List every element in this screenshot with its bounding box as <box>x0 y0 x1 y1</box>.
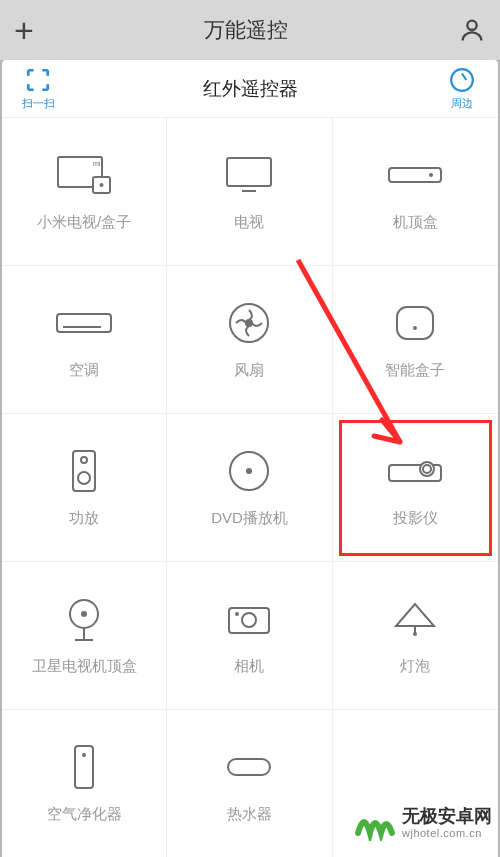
device-lamp[interactable]: 灯泡 <box>333 562 498 710</box>
tv-icon <box>224 151 274 199</box>
add-button[interactable]: + <box>14 11 34 50</box>
ac-icon <box>55 299 113 347</box>
svg-rect-6 <box>227 158 271 186</box>
device-fan[interactable]: 风扇 <box>167 266 332 414</box>
app-title: 万能遥控 <box>204 16 288 44</box>
svg-rect-14 <box>397 307 433 339</box>
fan-icon <box>228 299 270 347</box>
scan-icon <box>25 67 51 93</box>
device-smartbox[interactable]: 智能盒子 <box>333 266 498 414</box>
device-ac[interactable]: 空调 <box>2 266 167 414</box>
svg-rect-8 <box>389 168 441 182</box>
nearby-label: 周边 <box>451 96 473 111</box>
sat-icon <box>63 595 105 643</box>
device-label: 小米电视/盒子 <box>37 213 131 232</box>
camera-icon <box>226 595 272 643</box>
device-stb[interactable]: 机顶盒 <box>333 118 498 266</box>
app-header: + 万能遥控 <box>0 0 500 60</box>
device-label: 投影仪 <box>393 509 438 528</box>
device-label: 机顶盒 <box>393 213 438 232</box>
device-label: 热水器 <box>227 805 272 824</box>
device-label: 风扇 <box>234 361 264 380</box>
device-label: 卫星电视机顶盒 <box>32 657 137 676</box>
heater-icon <box>225 743 273 791</box>
device-amp[interactable]: 功放 <box>2 414 167 562</box>
lamp-icon <box>392 595 438 643</box>
watermark-logo-icon <box>354 805 396 841</box>
modal-title: 红外遥控器 <box>203 76 298 102</box>
device-label: DVD播放机 <box>211 509 288 528</box>
modal-header: 扫一扫 红外遥控器 周边 <box>2 60 498 118</box>
svg-point-18 <box>78 472 90 484</box>
device-camera[interactable]: 相机 <box>167 562 332 710</box>
svg-point-17 <box>81 457 87 463</box>
watermark: 无极安卓网 wjhotel.com.cn <box>354 805 492 841</box>
svg-point-30 <box>235 612 239 616</box>
clock-icon <box>449 67 475 93</box>
device-label: 空气净化器 <box>47 805 122 824</box>
svg-point-13 <box>246 320 252 326</box>
svg-point-29 <box>242 613 256 627</box>
svg-point-32 <box>413 632 417 636</box>
device-projector[interactable]: 投影仪 <box>333 414 498 562</box>
svg-rect-10 <box>57 314 111 332</box>
device-label: 空调 <box>69 361 99 380</box>
svg-rect-35 <box>228 759 270 775</box>
mi-tv-icon: mi <box>55 151 113 199</box>
device-purifier[interactable]: 空气净化器 <box>2 710 167 857</box>
device-tv[interactable]: 电视 <box>167 118 332 266</box>
scan-button[interactable]: 扫一扫 <box>14 67 62 111</box>
amp-icon <box>70 447 98 495</box>
dvd-icon <box>228 447 270 495</box>
device-label: 灯泡 <box>400 657 430 676</box>
device-selector-modal: 扫一扫 红外遥控器 周边 mi小米电视/盒子电视机顶盒空调风扇智能盒子功放DVD… <box>2 60 498 857</box>
scan-label: 扫一扫 <box>22 96 55 111</box>
watermark-en: wjhotel.com.cn <box>402 827 492 839</box>
svg-point-34 <box>82 753 86 757</box>
stb-icon <box>387 151 443 199</box>
svg-text:mi: mi <box>93 160 101 167</box>
svg-point-20 <box>246 468 252 474</box>
svg-point-25 <box>81 611 87 617</box>
device-label: 相机 <box>234 657 264 676</box>
device-label: 电视 <box>234 213 264 232</box>
svg-point-1 <box>451 69 473 91</box>
svg-point-5 <box>100 183 104 187</box>
device-grid: mi小米电视/盒子电视机顶盒空调风扇智能盒子功放DVD播放机投影仪卫星电视机顶盒… <box>2 118 498 857</box>
svg-point-9 <box>429 173 433 177</box>
svg-rect-28 <box>229 608 269 633</box>
projector-icon <box>387 447 443 495</box>
device-sat[interactable]: 卫星电视机顶盒 <box>2 562 167 710</box>
svg-point-0 <box>467 21 476 30</box>
smartbox-icon <box>394 299 436 347</box>
svg-point-15 <box>413 326 417 330</box>
watermark-cn: 无极安卓网 <box>402 807 492 827</box>
device-label: 智能盒子 <box>385 361 445 380</box>
svg-rect-33 <box>75 746 93 788</box>
device-mi-tv[interactable]: mi小米电视/盒子 <box>2 118 167 266</box>
profile-icon[interactable] <box>458 16 486 44</box>
device-dvd[interactable]: DVD播放机 <box>167 414 332 562</box>
purifier-icon <box>72 743 96 791</box>
device-label: 功放 <box>69 509 99 528</box>
nearby-button[interactable]: 周边 <box>438 67 486 111</box>
device-heater[interactable]: 热水器 <box>167 710 332 857</box>
